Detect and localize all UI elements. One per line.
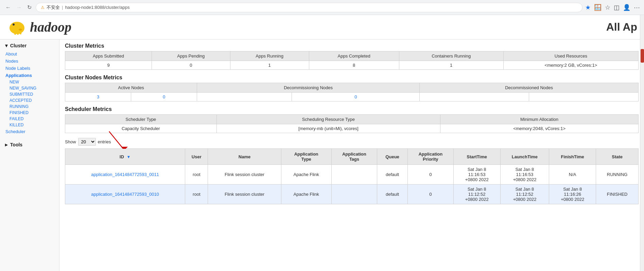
th-state[interactable]: State (596, 149, 639, 165)
favorites-icon[interactable]: ☆ (605, 4, 610, 11)
browser-chrome: ← → ↻ ⚠ 不安全 | hadoop-node1:8088/cluster/… (0, 0, 644, 15)
col-apps-pending: Apps Pending (152, 51, 230, 61)
val-active-nodes: 3 (65, 93, 131, 101)
cell-type-0011: Apache Flink (281, 165, 331, 185)
th-user[interactable]: User (185, 149, 208, 165)
val-scheduler-type: Capacity Scheduler (65, 124, 217, 133)
col-decommissioned-nodes: Decommissioned Nodes (420, 83, 639, 93)
sidebar-item-scheduler[interactable]: Scheduler (0, 128, 59, 135)
cluster-nodes-metrics-table: Active Nodes Decommissioning Nodes Decom… (65, 83, 639, 101)
show-label: Show (65, 139, 76, 144)
cluster-metrics-title: Cluster Metrics (65, 43, 639, 49)
sidebar-item-about[interactable]: About (0, 50, 59, 58)
svg-rect-7 (20, 32, 21, 34)
col-scheduling-resource-type: Scheduling Resource Type (216, 115, 440, 124)
sidebar-item-accepted[interactable]: ACCEPTED (0, 97, 59, 103)
cell-name-0010: Flink session cluster (208, 185, 281, 204)
sidebar-item-new[interactable]: NEW (0, 79, 59, 85)
th-start-time[interactable]: StartTime (453, 149, 500, 165)
col-active-nodes: Active Nodes (65, 83, 197, 93)
cluster-nodes-metrics-title: Cluster Nodes Metrics (65, 75, 639, 81)
th-name[interactable]: Name (208, 149, 281, 165)
col-minimum-allocation: Minimum Allocation (440, 115, 639, 124)
content-area: ▼ Cluster About Nodes Node Labels Applic… (0, 39, 644, 271)
svg-rect-6 (17, 32, 19, 35)
cell-user-0010: root (185, 185, 208, 204)
cell-tags-0011 (331, 165, 377, 185)
entries-label: entries (98, 139, 111, 144)
th-finish-time[interactable]: FinishTime (549, 149, 596, 165)
cell-finishtime-0010: Sat Jan 811:16:26+0800 2022 (549, 185, 596, 204)
svg-point-3 (13, 23, 15, 26)
scheduler-metrics-table: Scheduler Type Scheduling Resource Type … (65, 114, 639, 133)
sidebar-item-running[interactable]: RUNNING (0, 103, 59, 110)
hadoop-logo-text: hadoop (30, 19, 71, 35)
entries-select[interactable]: 10 20 50 100 (78, 138, 96, 146)
page-title: All Ap (606, 21, 637, 33)
svg-point-4 (19, 29, 22, 31)
col-apps-submitted: Apps Submitted (65, 51, 152, 61)
sidebar-tools-header: ► Tools (0, 139, 59, 149)
browser-toolbar: ★ 🪟 ☆ ◫ 👤 ⋯ (585, 4, 640, 11)
cluster-arrow-icon: ▼ (4, 43, 9, 48)
val-minimum-allocation: <memory:2048, vCores:1> (440, 124, 639, 133)
cluster-metrics-table: Apps Submitted Apps Pending Apps Running… (65, 51, 639, 70)
th-application-tags[interactable]: ApplicationTags (331, 149, 377, 165)
cell-app-id-0010: application_1641484772593_0010 (65, 185, 185, 204)
app-id-link-0011[interactable]: application_1641484772593_0011 (91, 172, 159, 177)
val-used-resources: <memory:2 GB, vCores:1> (503, 61, 638, 70)
url-display: hadoop-node1:8088/cluster/apps (65, 5, 129, 10)
menu-icon[interactable]: ⋯ (634, 4, 640, 11)
sidebar-item-nodes[interactable]: Nodes (0, 58, 59, 65)
table-row: application_1641484772593_0011 root Flin… (65, 165, 639, 185)
app-id-link-0010[interactable]: application_1641484772593_0010 (91, 192, 159, 197)
cell-finishtime-0011: N/A (549, 165, 596, 185)
page: hadoop All Ap ▼ Cluster About Nodes Node… (0, 15, 644, 271)
col-apps-completed: Apps Completed (309, 51, 399, 61)
col-scheduler-type: Scheduler Type (65, 115, 217, 124)
bookmark-star-icon[interactable]: ★ (585, 4, 591, 11)
val-scheduling-resource-type: [memory-mb (unit=Mi), vcores] (216, 124, 440, 133)
logo: hadoop (7, 18, 71, 36)
val-apps-running: 1 (230, 61, 309, 70)
sidebar-cluster-header: ▼ Cluster (0, 39, 59, 50)
tab-icon[interactable]: ◫ (614, 4, 620, 11)
sidebar: ▼ Cluster About Nodes Node Labels Applic… (0, 39, 59, 271)
scheduler-metrics-title: Scheduler Metrics (65, 106, 639, 112)
address-bar: ⚠ 不安全 | hadoop-node1:8088/cluster/apps (36, 3, 582, 12)
hadoop-logo-elephant (7, 18, 27, 36)
col-containers-running: Containers Running (399, 51, 503, 61)
id-sort-icon[interactable]: ▼ (126, 155, 130, 159)
th-id[interactable]: ID ▼ (65, 149, 185, 165)
cell-starttime-0010: Sat Jan 811:12:52+0800 2022 (453, 185, 500, 204)
th-application-priority[interactable]: ApplicationPriority (408, 149, 454, 165)
val-decommissioned-nodes (420, 93, 529, 101)
forward-button[interactable]: → (15, 3, 23, 12)
th-launch-time[interactable]: LaunchTime (500, 149, 549, 165)
val-containers-running: 1 (399, 61, 503, 70)
cell-state-0010: FINISHED (596, 185, 639, 204)
cell-state-0011: RUNNING (596, 165, 639, 185)
scrollbar[interactable] (640, 15, 644, 271)
sidebar-item-finished[interactable]: FINISHED (0, 110, 59, 116)
reload-button[interactable]: ↻ (26, 3, 33, 12)
sidebar-item-new-saving[interactable]: NEW_SAVING (0, 85, 59, 91)
security-warning-text: 不安全 (47, 4, 60, 11)
extensions-icon[interactable]: 🪟 (594, 4, 602, 11)
cell-name-0011: Flink session cluster (208, 165, 281, 185)
profile-icon[interactable]: 👤 (623, 4, 630, 11)
col-decommissioning-nodes: Decommissioning Nodes (197, 83, 420, 93)
val-decommissioning-nodes (197, 93, 292, 101)
th-application-type[interactable]: ApplicationType (281, 149, 331, 165)
applications-table: ID ▼ User Name ApplicationType Applicati… (65, 148, 639, 204)
th-queue[interactable]: Queue (377, 149, 408, 165)
back-button[interactable]: ← (4, 3, 12, 12)
sidebar-item-applications[interactable]: Applications (0, 72, 59, 79)
sidebar-item-submitted[interactable]: SUBMITTED (0, 91, 59, 97)
page-header: hadoop All Ap (0, 15, 644, 39)
sidebar-item-killed[interactable]: KILLED (0, 122, 59, 128)
sidebar-item-failed[interactable]: FAILED (0, 116, 59, 122)
scroll-thumb[interactable] (641, 49, 644, 63)
apps-table-container: ID ▼ User Name ApplicationType Applicati… (65, 148, 639, 204)
sidebar-item-node-labels[interactable]: Node Labels (0, 65, 59, 72)
